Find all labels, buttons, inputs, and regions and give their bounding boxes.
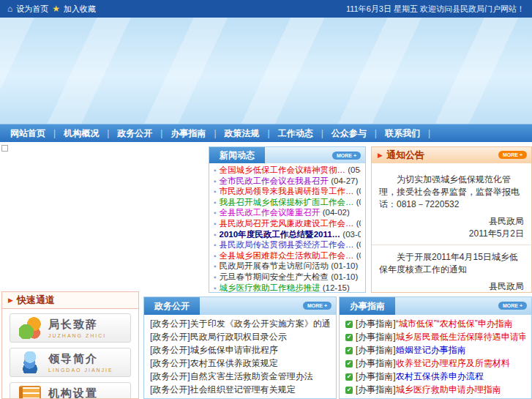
guide-item[interactable]: [办事指南]“城市低保”“农村低保”申办指南 xyxy=(345,317,525,330)
nav-item[interactable]: 政务公开 xyxy=(117,127,171,140)
news-item[interactable]: 全县城乡困难群众生活救助工作会… (02-21) xyxy=(214,250,361,261)
news-item[interactable]: 全市民政工作会议在我县召开 (04-27) xyxy=(214,176,361,187)
nav-item[interactable]: 工作动态 xyxy=(278,127,331,140)
guide-item[interactable]: [办事指南]农村五保供养申办流程 xyxy=(345,370,525,383)
site-banner xyxy=(0,18,532,124)
check-icon xyxy=(345,334,353,341)
notice-title: 通知公告 xyxy=(386,149,424,162)
notice-list: 为切实加强城乡低保规范化管理，接受社会各界监督，监督举报电话：0818－7220… xyxy=(372,163,531,293)
news-item[interactable]: 市民政局领导来我县调研指导工作… (04-20) xyxy=(214,186,361,197)
guide-item-title: “城市低保”“农村低保”申办指南 xyxy=(396,318,513,329)
quick-link-icon xyxy=(19,386,41,399)
nav-item[interactable]: 联系我们 xyxy=(385,127,438,140)
quick-link-button[interactable]: 机构设置 JIGOU SEZHI xyxy=(10,382,131,399)
gov-open-item-prefix: [政务公开] xyxy=(150,332,190,342)
gov-open-item-title: 关于印发《政务公开实施方案》的通知 xyxy=(190,318,330,329)
gov-open-item[interactable]: [政务公开]关于印发《政务公开实施方案》的通知 xyxy=(150,317,330,330)
guide-item[interactable]: [办事指南]收养登记办理程序及所需材料 xyxy=(345,357,525,370)
nav-item[interactable]: 网站首页 xyxy=(10,127,64,140)
nav-item-label: 办事指南 xyxy=(171,127,206,140)
quick-link-button[interactable]: 局长致辞 JUZHANG ZHICI xyxy=(10,313,131,343)
quick-link-pinyin: LINGDAO JIANJIE xyxy=(48,368,113,373)
guide-item-prefix: [办事指南] xyxy=(356,384,396,395)
news-item-title: 民政局开展春节走访慰问活动 xyxy=(220,261,329,270)
news-title: 新闻动态 xyxy=(209,147,265,163)
nav-item-label: 网站首页 xyxy=(10,127,45,140)
gov-open-item-prefix: [政务公开] xyxy=(150,371,190,381)
guide-item-prefix: [办事指南] xyxy=(356,371,396,381)
guide-item[interactable]: [办事指南]城乡医疗救助申请办理指南 xyxy=(345,383,525,396)
check-icon xyxy=(345,360,353,368)
notice-more-button[interactable]: MORE + xyxy=(498,151,527,159)
notice-entry[interactable]: 关于开展2011年4月15日城乡低保年度核查工作的通知 县民政局 2011年4月… xyxy=(372,245,531,293)
news-item[interactable]: 全县民政工作会议隆重召开 (04-02) xyxy=(214,207,361,218)
news-item-title: 全县城乡困难群众生活救助工作会… xyxy=(220,251,354,260)
guide-more-button[interactable]: MORE + xyxy=(498,302,527,310)
guide-header: 办事指南 MORE + xyxy=(340,297,531,315)
nav-item[interactable]: 政策法规 xyxy=(225,127,278,140)
quick-links-header: 快速通道 xyxy=(2,292,138,309)
gov-open-item[interactable]: [政务公开]民政局行政职权目录公示 xyxy=(150,330,330,343)
bullet-icon xyxy=(214,241,217,249)
news-item-date: (02-21) xyxy=(356,251,361,260)
guide-item[interactable]: [办事指南]社会团体成立登记办事指南 xyxy=(345,396,525,399)
bullet-icon xyxy=(214,262,217,270)
gov-open-more-button[interactable]: MORE + xyxy=(303,302,331,310)
guide-panel: 办事指南 MORE + [办事指南]“城市低保”“农村低保”申办指南 [办事指南… xyxy=(339,297,532,399)
news-item-title: 元旦春节期间安全生产大检查 xyxy=(220,272,329,281)
notice-entry-date: 2011年5月2日 xyxy=(379,228,524,240)
gov-open-item[interactable]: [政务公开]农村五保供养政策规定 xyxy=(150,357,330,370)
gov-open-item[interactable]: [政务公开]自然灾害生活救助资金管理办法 xyxy=(150,370,330,383)
quick-links-title: 快速通道 xyxy=(17,294,55,307)
nav-item-label: 公众参与 xyxy=(331,127,367,140)
news-item[interactable]: 城乡医疗救助工作稳步推进 (12-15) xyxy=(214,283,361,293)
notice-entry[interactable]: 为切实加强城乡低保规范化管理，接受社会各界监督，监督举报电话：0818－7220… xyxy=(372,168,531,245)
add-favorite-link[interactable]: 加入收藏 xyxy=(64,4,96,15)
notice-entry-text: 关于开展2011年4月15日城乡低保年度核查工作的通知 xyxy=(379,251,524,276)
nav-item[interactable]: 机构概况 xyxy=(64,127,117,140)
news-item[interactable]: 全国城乡低保工作会议精神贯彻… (05-25) xyxy=(214,165,361,176)
guide-item[interactable]: [办事指南]城乡居民最低生活保障待遇申请审批所需材… xyxy=(345,330,525,343)
gov-open-item-title: 农村五保供养政策规定 xyxy=(190,358,278,368)
news-item[interactable]: 2010年度民政工作总结暨2011… (03-08) xyxy=(214,229,361,240)
news-item[interactable]: 我县召开城乡低保提标扩面工作会… (04-03) xyxy=(214,197,361,208)
news-item[interactable]: 县民政局召开党风廉政建设工作会… (04-02) xyxy=(214,218,361,229)
guide-item-prefix: [办事指南] xyxy=(356,358,396,368)
notice-entry-source: 县民政局 xyxy=(379,280,524,293)
news-item[interactable]: 民政局开展春节走访慰问活动 (01-10) xyxy=(214,261,361,272)
notice-panel: 通知公告 MORE + 为切实加强城乡低保规范化管理，接受社会各界监督，监督举报… xyxy=(371,146,532,293)
nav-item[interactable]: 公众参与 xyxy=(331,127,385,140)
set-home-link[interactable]: 设为首页 xyxy=(16,4,48,15)
guide-item-prefix: [办事指南] xyxy=(356,318,396,329)
gov-open-header: 政务公开 MORE + xyxy=(144,297,336,315)
gov-open-item-title: 自然灾害生活救助资金管理办法 xyxy=(190,371,313,381)
news-item-title: 全市民政工作会议在我县召开 xyxy=(220,176,329,185)
bullet-icon xyxy=(214,284,217,292)
news-item-title: 市民政局领导来我县调研指导工作… xyxy=(220,187,354,195)
gov-open-item[interactable]: [政务公开]社会组织登记管理有关规定 xyxy=(150,383,330,396)
gov-open-item-title: 民政局行政职权目录公示 xyxy=(190,332,287,342)
guide-item[interactable]: [办事指南]婚姻登记办事指南 xyxy=(345,343,525,357)
quick-link-button[interactable]: 领导简介 LINGDAO JIANJIE xyxy=(10,348,131,377)
guide-item-title: 城乡医疗救助申请办理指南 xyxy=(396,384,501,395)
arrow-icon xyxy=(378,152,383,159)
notice-entry-text: 为切实加强城乡低保规范化管理，接受社会各界监督，监督举报电话：0818－7220… xyxy=(379,174,524,211)
nav-item[interactable]: 办事指南 xyxy=(171,127,224,140)
guide-item-title: 农村五保供养申办流程 xyxy=(396,371,484,381)
news-item[interactable]: 县民政局传达贯彻县委经济工作会… (02-21) xyxy=(214,239,361,250)
arrow-icon xyxy=(8,297,13,304)
topbar-links: 设为首页 加入收藏 xyxy=(7,4,96,15)
nav-item-label: 工作动态 xyxy=(278,127,313,140)
gov-open-item-title: 社会组织登记管理有关规定 xyxy=(190,384,296,395)
news-item-date: (12-15) xyxy=(323,283,350,292)
news-more-button[interactable]: MORE + xyxy=(332,152,361,160)
gov-open-item[interactable]: [政务公开]城乡低保申请审批程序 xyxy=(150,343,330,357)
news-panel: 新闻动态 MORE + 全国城乡低保工作会议精神贯彻… (05-25) 全市民政… xyxy=(209,146,366,293)
gov-open-title: 政务公开 xyxy=(144,297,200,315)
news-item[interactable]: 元旦春节期间安全生产大检查 (01-10) xyxy=(214,272,361,283)
guide-item-title: 城乡居民最低生活保障待遇申请审批所需材… xyxy=(396,332,525,342)
welcome-text: 111年6月3日 星期五 欢迎访问县民政局门户网站！ xyxy=(346,4,525,15)
gov-open-item[interactable]: [政务公开]婚姻登记收费标准公示 xyxy=(150,396,330,399)
news-item-date: (03-08) xyxy=(342,230,361,239)
news-item-title: 全国城乡低保工作会议精神贯彻… xyxy=(220,165,346,174)
